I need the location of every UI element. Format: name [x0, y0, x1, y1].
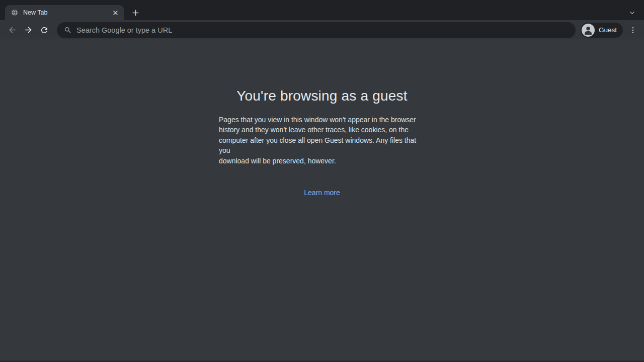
- learn-more-link[interactable]: Learn more: [304, 189, 340, 197]
- profile-label: Guest: [599, 26, 617, 34]
- omnibox-input[interactable]: [76, 26, 569, 34]
- person-avatar-icon: [582, 24, 595, 37]
- tab-new-tab[interactable]: New Tab: [5, 5, 124, 20]
- reload-icon: [40, 26, 49, 35]
- chevron-down-icon[interactable]: [626, 7, 638, 19]
- reload-button[interactable]: [37, 23, 52, 38]
- forward-button[interactable]: [21, 23, 36, 38]
- menu-button[interactable]: [626, 23, 640, 37]
- tab-title: New Tab: [23, 9, 111, 16]
- guest-card: You're browsing as a guest Pages that yo…: [219, 88, 425, 197]
- browser-window: New Tab: [0, 0, 644, 361]
- kebab-menu-icon: [629, 26, 637, 34]
- back-button[interactable]: [5, 23, 20, 38]
- profile-button[interactable]: Guest: [581, 23, 623, 38]
- page-title: You're browsing as a guest: [219, 88, 425, 104]
- new-tab-button[interactable]: [129, 6, 142, 19]
- tab-strip: New Tab: [0, 0, 644, 20]
- guest-page: You're browsing as a guest Pages that yo…: [0, 40, 644, 361]
- search-icon: [64, 26, 72, 34]
- omnibox[interactable]: [57, 22, 576, 38]
- globe-icon: [11, 9, 18, 16]
- page-description: Pages that you view in this window won't…: [219, 115, 425, 166]
- learn-more-container: Learn more: [219, 188, 425, 197]
- forward-arrow-icon: [24, 25, 33, 35]
- tab-close-button[interactable]: [111, 8, 120, 17]
- toolbar: Guest: [0, 20, 644, 40]
- back-arrow-icon: [8, 25, 17, 35]
